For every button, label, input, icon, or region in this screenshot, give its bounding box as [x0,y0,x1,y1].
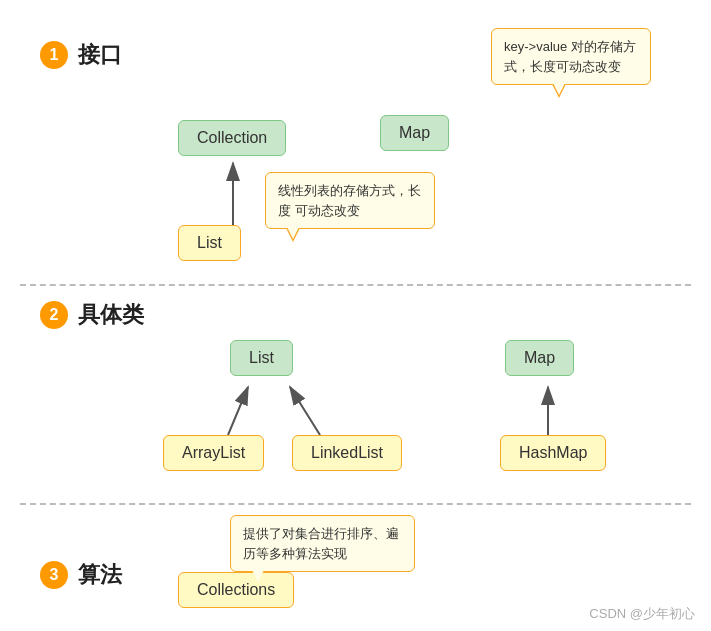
collection-node: Collection [178,120,286,156]
map-node-s2: Map [505,340,574,376]
list-bubble: 线性列表的存储方式，长度 可动态改变 [265,172,435,229]
svg-line-2 [228,387,248,435]
collections-node: Collections [178,572,294,608]
section2-number: 2 [40,301,68,329]
section1-title: 接口 [78,40,122,70]
divider-2 [20,503,691,505]
section1-number: 1 [40,41,68,69]
diagram-container: 1 接口 key->value 对的存储方 式，长度可动态改变 Collecti… [0,0,711,631]
section2-title: 具体类 [78,300,144,330]
linkedlist-node: LinkedList [292,435,402,471]
collections-bubble: 提供了对集合进行排序、遍 历等多种算法实现 [230,515,415,572]
section2-label: 2 具体类 [40,300,144,330]
watermark: CSDN @少年初心 [589,605,695,623]
section3-label: 3 算法 [40,560,122,590]
list-node-s1: List [178,225,241,261]
divider-1 [20,284,691,286]
list-node-s2: List [230,340,293,376]
hashmap-node: HashMap [500,435,606,471]
arraylist-node: ArrayList [163,435,264,471]
svg-line-3 [290,387,320,435]
section1-label: 1 接口 [40,40,122,70]
section3-title: 算法 [78,560,122,590]
map-node-s1: Map [380,115,449,151]
section3-number: 3 [40,561,68,589]
map-bubble: key->value 对的存储方 式，长度可动态改变 [491,28,651,85]
